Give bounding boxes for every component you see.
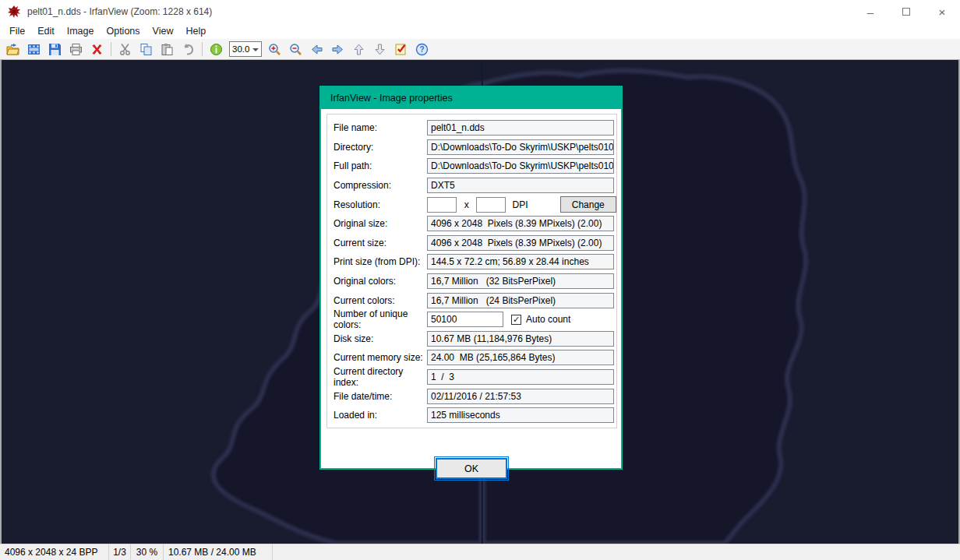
checkmark-icon: ✓ bbox=[513, 315, 520, 324]
unique-colors-field[interactable]: 50100 bbox=[427, 312, 503, 327]
ok-button[interactable]: OK bbox=[436, 458, 507, 479]
open-button[interactable] bbox=[3, 41, 23, 58]
undo-button[interactable] bbox=[178, 41, 198, 58]
maximize-icon bbox=[902, 8, 910, 16]
delete-button[interactable] bbox=[87, 41, 107, 58]
resolution-x-input[interactable] bbox=[427, 197, 457, 213]
field-row-resolution: Resolution: x DPI Change bbox=[334, 195, 616, 214]
dialog-title: IrfanView - Image properties bbox=[330, 93, 453, 104]
close-button[interactable]: × bbox=[924, 0, 960, 23]
open-folder-icon bbox=[6, 43, 19, 56]
print-button[interactable] bbox=[66, 41, 86, 58]
arrow-down-icon bbox=[373, 43, 386, 56]
copy-button[interactable] bbox=[136, 41, 156, 58]
resolution-label: Resolution: bbox=[334, 199, 427, 210]
thumbnails-button[interactable] bbox=[24, 41, 44, 58]
zoom-out-icon bbox=[289, 43, 302, 56]
field-row-current-colors: Current colors: 16,7 Million (24 BitsPer… bbox=[334, 291, 616, 310]
arrow-right-icon bbox=[331, 43, 344, 56]
disk-size-field[interactable]: 10.67 MB (11,184,976 Bytes) bbox=[427, 331, 614, 347]
toolbar-separator bbox=[202, 42, 203, 56]
irfanview-logo-icon bbox=[7, 5, 21, 19]
dialog-titlebar[interactable]: IrfanView - Image properties bbox=[321, 87, 621, 109]
print-size-field[interactable]: 144.5 x 72.2 cm; 56.89 x 28.44 inches bbox=[427, 254, 614, 269]
original-colors-label: Original colors: bbox=[334, 276, 427, 287]
menu-image[interactable]: Image bbox=[61, 24, 101, 38]
paste-button[interactable] bbox=[157, 41, 177, 58]
status-extra bbox=[273, 544, 960, 560]
arrow-up-icon bbox=[352, 43, 365, 56]
save-floppy-icon bbox=[48, 43, 62, 56]
loaded-in-label: Loaded in: bbox=[334, 410, 427, 421]
menu-help[interactable]: Help bbox=[179, 24, 212, 38]
status-file-index: 1/3 bbox=[109, 544, 131, 560]
memory-size-label: Current memory size: bbox=[334, 352, 427, 363]
field-row-full-path: Full path: D:\Downloads\To-Do Skyrim\USK… bbox=[334, 157, 616, 176]
toolbar-separator bbox=[111, 42, 111, 56]
field-row-compression: Compression: DXT5 bbox=[334, 176, 616, 195]
full-path-field[interactable]: D:\Downloads\To-Do Skyrim\USKP\pelts0102… bbox=[427, 158, 614, 174]
field-row-loaded-in: Loaded in: 125 milliseconds bbox=[334, 406, 616, 425]
first-file-button[interactable] bbox=[349, 41, 369, 58]
zoom-in-icon bbox=[268, 43, 281, 56]
fields-frame: File name: pelt01_n.dds Directory: D:\Do… bbox=[326, 114, 617, 428]
field-row-disk-size: Disk size: 10.67 MB (11,184,976 Bytes) bbox=[334, 329, 616, 349]
next-file-button[interactable] bbox=[328, 41, 348, 58]
maximize-button[interactable] bbox=[888, 0, 924, 23]
prev-file-button[interactable] bbox=[307, 41, 326, 58]
minimize-button[interactable]: – bbox=[852, 0, 888, 23]
directory-index-field[interactable]: 1 / 3 bbox=[427, 369, 614, 385]
close-icon: × bbox=[939, 5, 946, 19]
file-datetime-label: File date/time: bbox=[334, 391, 427, 402]
print-size-label: Print size (from DPI): bbox=[334, 256, 427, 267]
help-button[interactable]: ? bbox=[412, 41, 432, 58]
irfanview-window: pelt01_n.dds - IrfanView (Zoom: 1228 x 6… bbox=[0, 0, 960, 560]
scissors-icon bbox=[118, 43, 132, 56]
delete-x-icon bbox=[90, 43, 104, 56]
compression-label: Compression: bbox=[334, 180, 427, 191]
menu-edit[interactable]: Edit bbox=[31, 24, 61, 38]
auto-count-checkbox[interactable]: ✓ bbox=[511, 315, 521, 325]
loaded-in-field[interactable]: 125 milliseconds bbox=[427, 407, 614, 423]
current-colors-field[interactable]: 16,7 Million (24 BitsPerPixel) bbox=[427, 293, 614, 308]
field-row-directory-index: Current directory index: 1 / 3 bbox=[334, 368, 616, 387]
info-button[interactable] bbox=[206, 41, 226, 58]
menu-view[interactable]: View bbox=[146, 24, 180, 38]
zoom-out-button[interactable] bbox=[286, 41, 305, 58]
printer-icon bbox=[69, 43, 83, 56]
cut-button[interactable] bbox=[115, 41, 135, 58]
zoom-in-button[interactable] bbox=[265, 41, 284, 58]
status-dimensions: 4096 x 2048 x 24 BPP bbox=[0, 544, 109, 560]
original-size-field[interactable]: 4096 x 2048 Pixels (8.39 MPixels) (2.00) bbox=[427, 216, 614, 231]
file-datetime-field[interactable]: 02/11/2016 / 21:57:53 bbox=[427, 389, 614, 404]
status-zoom-percent: 30 % bbox=[131, 544, 164, 560]
menubar: File Edit Image Options View Help bbox=[0, 23, 960, 39]
field-row-file-datetime: File date/time: 02/11/2016 / 21:57:53 bbox=[334, 386, 616, 406]
file-name-field[interactable]: pelt01_n.dds bbox=[427, 120, 614, 136]
field-row-memory-size: Current memory size: 24.00 MB (25,165,86… bbox=[334, 348, 616, 368]
titlebar[interactable]: pelt01_n.dds - IrfanView (Zoom: 1228 x 6… bbox=[0, 0, 960, 23]
original-colors-field[interactable]: 16,7 Million (32 BitsPerPixel) bbox=[427, 273, 614, 289]
current-size-label: Current size: bbox=[334, 238, 427, 248]
window-title: pelt01_n.dds - IrfanView (Zoom: 1228 x 6… bbox=[27, 6, 212, 17]
unique-colors-label: Number of unique colors: bbox=[334, 308, 427, 330]
menu-file[interactable]: File bbox=[3, 24, 31, 38]
image-viewport: IrfanView - Image properties File name: … bbox=[0, 60, 960, 544]
save-button[interactable] bbox=[45, 41, 65, 58]
undo-arrow-icon bbox=[182, 43, 195, 56]
paste-clipboard-icon bbox=[161, 43, 174, 56]
change-dpi-button[interactable]: Change bbox=[560, 196, 617, 213]
current-colors-label: Current colors: bbox=[334, 295, 427, 306]
compression-field[interactable]: DXT5 bbox=[427, 178, 614, 193]
menu-options[interactable]: Options bbox=[100, 24, 146, 38]
directory-field[interactable]: D:\Downloads\To-Do Skyrim\USKP\pelts0102… bbox=[427, 139, 614, 155]
zoom-level-combo[interactable]: 30.0 bbox=[229, 41, 262, 57]
resolution-y-input[interactable] bbox=[476, 197, 506, 213]
batch-check-button[interactable] bbox=[391, 41, 411, 58]
image-properties-dialog: IrfanView - Image properties File name: … bbox=[319, 86, 623, 470]
last-file-button[interactable] bbox=[370, 41, 390, 58]
memory-size-field[interactable]: 24.00 MB (25,165,864 Bytes) bbox=[427, 350, 614, 365]
zoom-level-value: 30.0 bbox=[230, 44, 250, 54]
auto-count-label: Auto count bbox=[526, 314, 570, 325]
current-size-field[interactable]: 4096 x 2048 Pixels (8.39 MPixels) (2.00) bbox=[427, 235, 614, 251]
